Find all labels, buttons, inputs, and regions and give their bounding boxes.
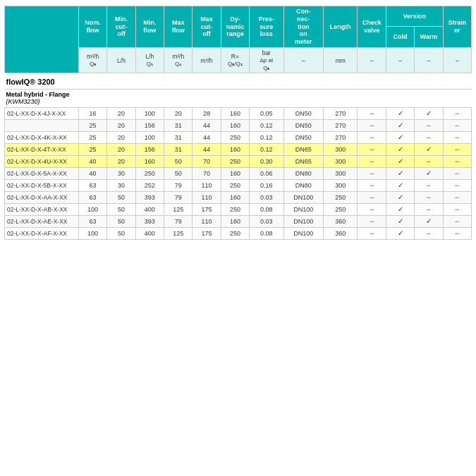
model-cell <box>5 120 79 132</box>
data-cell: -- <box>358 132 386 144</box>
data-cell: 300 <box>324 168 358 180</box>
table-row: 252015631441600.12DN50270--✓---- <box>5 120 472 132</box>
unit-min-cutoff: L/h <box>107 47 135 73</box>
data-cell: 160 <box>221 216 249 228</box>
data-cell: ✓ <box>386 156 414 168</box>
data-cell: -- <box>415 156 443 168</box>
data-cell: 0.05 <box>250 108 283 120</box>
data-cell: -- <box>443 120 471 132</box>
model-cell: 02-L-XX-D-X-4K-X-XX <box>5 132 79 144</box>
data-cell: 0.03 <box>250 192 283 204</box>
unit-max-flow: m³/hQ₄ <box>164 47 193 73</box>
data-cell: 0.08 <box>250 204 283 216</box>
data-cell: -- <box>358 192 386 204</box>
data-cell: -- <box>415 192 443 204</box>
data-cell: -- <box>358 180 386 192</box>
data-cell: -- <box>358 168 386 180</box>
data-cell: 110 <box>193 216 221 228</box>
data-cell: DN100 <box>283 204 324 216</box>
data-cell: -- <box>443 204 471 216</box>
data-cell: 50 <box>164 168 193 180</box>
data-cell: 31 <box>164 120 193 132</box>
data-cell: 40 <box>78 168 106 180</box>
unit-length: mm <box>324 47 358 73</box>
data-cell: 25 <box>78 144 106 156</box>
data-cell: 20 <box>164 108 193 120</box>
data-cell: -- <box>443 132 471 144</box>
data-cell: 270 <box>324 132 358 144</box>
data-cell: 250 <box>221 204 249 216</box>
data-cell: 160 <box>221 108 249 120</box>
data-cell: 0.06 <box>250 168 283 180</box>
data-cell: ✓ <box>386 204 414 216</box>
data-cell: 0.03 <box>250 216 283 228</box>
data-cell: ✓ <box>415 216 443 228</box>
data-cell: 20 <box>107 108 135 120</box>
data-cell: 0.12 <box>250 132 283 144</box>
data-cell: 63 <box>78 192 106 204</box>
data-cell: 160 <box>221 120 249 132</box>
table-row: 02-L-XX-D-X-5B-X-XX6330252791102500.16DN… <box>5 180 472 192</box>
unit-strainer: – <box>443 47 471 73</box>
data-cell: -- <box>443 192 471 204</box>
data-cell: 300 <box>324 144 358 156</box>
col-header-version: Version <box>386 6 443 27</box>
col-header-dynamic-range: Dy-namicrange <box>221 6 249 48</box>
model-cell: 02-L-XX-D-X-AE-X-XX <box>5 216 79 228</box>
data-cell: 160 <box>135 156 164 168</box>
data-cell: 250 <box>221 228 249 240</box>
unit-min-flow: L/hQ₁ <box>135 47 164 73</box>
data-cell: 20 <box>107 132 135 144</box>
data-cell: 40 <box>78 156 106 168</box>
header-row-1: Nom.flow Min.cut-off Min.flow Maxflow Ma… <box>5 6 472 27</box>
data-cell: 110 <box>193 192 221 204</box>
table-row: 02-L-XX-D-X-5A-X-XX403025050701600.06DN8… <box>5 168 472 180</box>
model-cell: 02-L-XX-D-X-AA-X-XX <box>5 192 79 204</box>
model-cell: 02-L-XX-D-X-4J-X-XX <box>5 108 79 120</box>
data-cell: -- <box>415 120 443 132</box>
data-cell: 100 <box>78 204 106 216</box>
table-row: 02-L-XX-D-X-4T-X-XX252015631441600.12DN6… <box>5 144 472 156</box>
data-cell: DN50 <box>283 120 324 132</box>
data-cell: DN65 <box>283 144 324 156</box>
data-cell: 25 <box>78 120 106 132</box>
data-cell: 20 <box>107 144 135 156</box>
data-cell: 50 <box>164 156 193 168</box>
unit-dynamic-range: R=Q₃/Q₁ <box>221 47 249 73</box>
data-cell: DN80 <box>283 180 324 192</box>
col-header-warm: Warm <box>415 27 443 48</box>
subsection-title-cell: Metal hybrid - Flange (KWM3230) <box>5 89 472 108</box>
table-body: flowIQ® 3200Metal hybrid - Flange (KWM32… <box>5 73 472 240</box>
data-cell: 393 <box>135 216 164 228</box>
table-row: 02-L-XX-D-X-AA-X-XX6350393791101600.03DN… <box>5 192 472 204</box>
unit-pressure-loss: barΔp atQ₃ <box>250 47 283 73</box>
data-cell: ✓ <box>386 132 414 144</box>
unit-warm: – <box>415 47 443 73</box>
data-cell: -- <box>443 228 471 240</box>
data-cell: 125 <box>164 204 193 216</box>
table-row: 02-L-XX-D-X-4K-X-XX252010031442500.12DN5… <box>5 132 472 144</box>
col-header-cold: Cold <box>386 27 414 48</box>
section-title-row: flowIQ® 3200 <box>5 73 472 89</box>
data-cell: 250 <box>324 204 358 216</box>
table-wrapper: Nom.flow Min.cut-off Min.flow Maxflow Ma… <box>0 0 476 245</box>
data-cell: 175 <box>193 204 221 216</box>
data-cell: 50 <box>107 216 135 228</box>
data-cell: 0.08 <box>250 228 283 240</box>
col-header-check-valve: Checkvalve <box>358 6 386 48</box>
unit-nom-flow: m³/hQ₃ <box>78 47 106 73</box>
data-cell: 360 <box>324 228 358 240</box>
col-header-length: Length <box>324 6 358 48</box>
data-cell: 160 <box>221 144 249 156</box>
data-cell: 160 <box>221 168 249 180</box>
data-cell: DN100 <box>283 192 324 204</box>
data-cell: 0.16 <box>250 180 283 192</box>
data-cell: 20 <box>107 120 135 132</box>
data-cell: 63 <box>78 216 106 228</box>
col-header-min-flow: Min.flow <box>135 6 164 48</box>
data-cell: 79 <box>164 192 193 204</box>
data-cell: 44 <box>193 120 221 132</box>
model-cell: 02-L-XX-D-X-AB-X-XX <box>5 204 79 216</box>
data-cell: 25 <box>78 132 106 144</box>
data-cell: 400 <box>135 204 164 216</box>
